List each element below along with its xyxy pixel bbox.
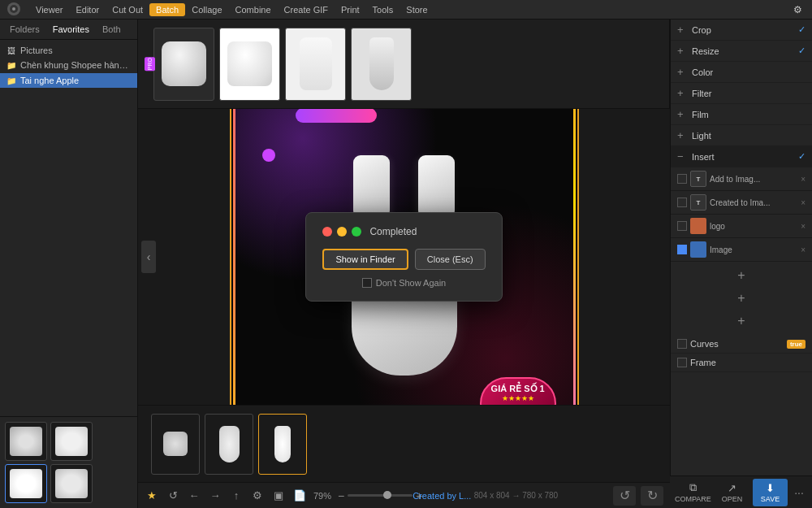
thumb-2[interactable] <box>219 28 280 101</box>
upload-icon[interactable]: ↑ <box>229 488 244 503</box>
rotate-right-btn[interactable]: ↻ <box>641 486 663 506</box>
crop-expand-icon: + <box>677 24 687 36</box>
panel-insert[interactable]: − Insert ✓ <box>671 146 812 167</box>
layer-delete-1[interactable]: × <box>801 175 806 184</box>
panel-crop[interactable]: + Crop ✓ <box>671 20 812 41</box>
dialog-close-btn[interactable] <box>322 227 332 237</box>
bottom-thumb-2[interactable] <box>205 414 253 475</box>
layer-image[interactable]: Image × <box>671 238 812 262</box>
sidebar-tab-both[interactable]: Both <box>97 23 126 36</box>
zoom-slider[interactable] <box>348 494 412 497</box>
dont-show-checkbox[interactable] <box>362 278 372 288</box>
color-expand-icon: + <box>677 66 687 78</box>
refresh-icon[interactable]: ↺ <box>166 488 180 503</box>
thumbnail-strip: PRO <box>138 20 670 109</box>
layer-check-2[interactable] <box>677 198 687 207</box>
menu-collage[interactable]: Collage <box>185 3 228 16</box>
app-logo[interactable] <box>6 2 23 18</box>
frame-label: Frame <box>690 358 806 367</box>
compare-button[interactable]: ⧉ COMPARE <box>675 479 711 506</box>
sidebar-item-apple[interactable]: 📁 Tai nghe Apple <box>0 73 137 88</box>
add-layer-btn-2[interactable]: + <box>677 288 806 309</box>
layer-add-to-image[interactable]: T Add to Imag... × <box>671 167 812 191</box>
open-icon: ↗ <box>728 482 736 494</box>
menu-combine[interactable]: Combine <box>229 3 278 16</box>
favorite-icon[interactable]: ★ <box>145 488 159 503</box>
dialog-minimize-btn[interactable] <box>337 227 347 237</box>
completed-dialog: Completed Show in Finder Close (Esc) Don… <box>305 212 502 302</box>
dialog-maximize-btn[interactable] <box>352 227 361 237</box>
sidebar-tab-folders[interactable]: Folders <box>5 23 45 36</box>
sidebar-bottom-thumbs <box>0 416 137 508</box>
open-button[interactable]: ↗ OPEN <box>715 479 749 506</box>
pro-badge-area: PRO <box>145 57 149 71</box>
menu-tools[interactable]: Tools <box>366 3 400 16</box>
folder-icon-2: 📁 <box>6 76 16 85</box>
layer-delete-4[interactable]: × <box>801 245 806 254</box>
menu-batch[interactable]: Batch <box>149 3 185 16</box>
sidebar-thumb-1[interactable] <box>5 422 47 461</box>
bottom-thumb-1[interactable] <box>151 414 200 475</box>
sidebar-tab-favorites[interactable]: Favorites <box>48 23 94 36</box>
add-layer-btn-3[interactable]: + <box>677 310 806 332</box>
bottom-thumb-3[interactable] <box>258 414 307 475</box>
show-in-finder-button[interactable]: Show in Finder <box>322 249 408 270</box>
layer-thumb-3 <box>690 218 706 234</box>
settings-icon-status[interactable]: ⚙ <box>250 488 265 503</box>
layer-check-4[interactable] <box>677 245 687 254</box>
nav-left-button[interactable]: ‹ <box>141 241 156 273</box>
layer-thumb-1: T <box>690 171 706 187</box>
bottom-thumbnail-row <box>138 405 670 482</box>
layer-check-3[interactable] <box>677 221 687 231</box>
sidebar-item-shopee[interactable]: 📁 Chèn khung Shopee hàng loạt - L... <box>0 58 137 73</box>
panel-add-buttons: + + + <box>671 262 812 335</box>
forward-icon[interactable]: → <box>208 488 222 503</box>
sidebar-thumb-2[interactable] <box>50 422 93 461</box>
layer-name-1: Add to Imag... <box>710 175 797 184</box>
layer-delete-3[interactable]: × <box>801 222 806 231</box>
sidebar-thumb-3[interactable] <box>5 464 47 503</box>
compare-icon: ⧉ <box>689 481 697 494</box>
layout-icon[interactable]: ▣ <box>271 488 286 503</box>
layer-logo[interactable]: logo × <box>671 215 812 238</box>
curves-check[interactable] <box>677 339 687 349</box>
thumb-4[interactable] <box>351 28 412 101</box>
thumb-1[interactable] <box>153 28 214 101</box>
thumb-3[interactable] <box>285 28 346 101</box>
resize-expand-icon: + <box>677 45 687 57</box>
more-button[interactable]: ··· <box>791 479 807 506</box>
frame-check[interactable] <box>677 358 687 367</box>
panel-curves[interactable]: Curves true <box>671 335 812 354</box>
layer-delete-2[interactable]: × <box>801 198 806 207</box>
menu-print[interactable]: Print <box>335 3 366 16</box>
menu-viewer[interactable]: Viewer <box>29 3 69 16</box>
back-icon[interactable]: ← <box>187 488 201 503</box>
layer-check-1[interactable] <box>677 174 687 184</box>
panel-color[interactable]: + Color <box>671 62 812 83</box>
sidebar-item-label-2: Chèn khung Shopee hàng loạt - L... <box>20 60 131 71</box>
status-right-area: ↺ ↻ <box>613 486 663 506</box>
panel-frame[interactable]: Frame <box>671 354 812 372</box>
sidebar-item-pictures[interactable]: 🖼 Pictures <box>0 43 137 58</box>
settings-icon[interactable]: ⚙ <box>789 2 806 18</box>
sidebar-thumb-4[interactable] <box>50 464 93 503</box>
film-label: Film <box>692 110 806 119</box>
panel-filter[interactable]: + Filter <box>671 83 812 104</box>
save-button[interactable]: ⬇ SAVE <box>753 479 788 506</box>
close-dialog-button[interactable]: Close (Esc) <box>415 249 486 270</box>
open-label: OPEN <box>722 495 743 503</box>
layer-created-to-image[interactable]: T Created to Ima... × <box>671 191 812 215</box>
light-expand-icon: + <box>677 129 687 141</box>
panel-resize[interactable]: + Resize ✓ <box>671 41 812 62</box>
layer-name-2: Created to Ima... <box>710 198 797 207</box>
panel-film[interactable]: + Film <box>671 104 812 125</box>
menu-store[interactable]: Store <box>400 3 434 16</box>
add-layer-btn-1[interactable]: + <box>677 265 806 286</box>
page-icon[interactable]: 📄 <box>292 488 307 503</box>
zoom-out-icon[interactable]: − <box>338 489 344 502</box>
rotate-left-btn[interactable]: ↺ <box>613 486 636 506</box>
menu-cutout[interactable]: Cut Out <box>106 3 149 16</box>
menu-creategif[interactable]: Create GIF <box>278 3 335 16</box>
menu-editor[interactable]: Editor <box>69 3 106 16</box>
panel-light[interactable]: + Light <box>671 125 812 146</box>
